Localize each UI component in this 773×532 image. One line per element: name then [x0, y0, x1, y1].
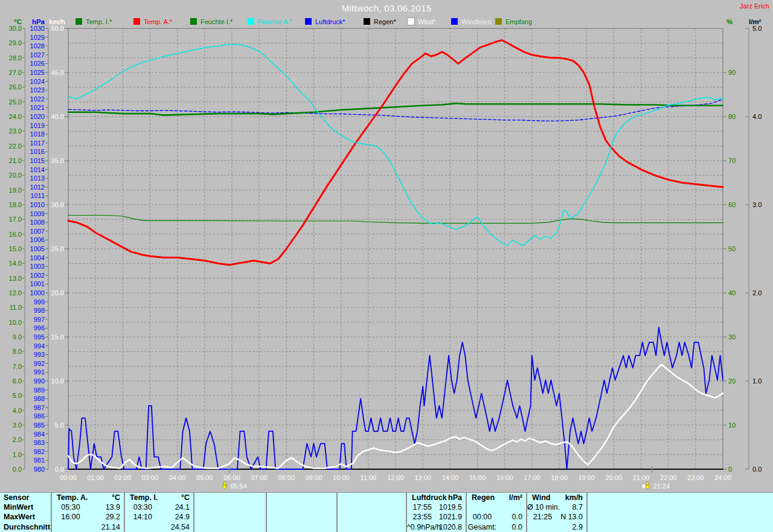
svg-text:19:00: 19:00: [578, 474, 595, 481]
svg-text:987: 987: [34, 404, 45, 411]
svg-text:13:00: 13:00: [414, 474, 431, 481]
table-cell-value: 24.9: [161, 513, 193, 521]
svg-text:20: 20: [728, 377, 736, 385]
svg-text:05:00: 05:00: [196, 474, 213, 481]
table-header-row: [338, 493, 406, 502]
table-header-row: [194, 493, 266, 502]
table-header-row: [267, 493, 336, 502]
table-row: [267, 512, 336, 522]
plot-grid: [68, 28, 723, 469]
table-row: Ø 10 min.8.7: [527, 502, 586, 512]
table-row: Gesamt:0.0: [467, 522, 526, 532]
svg-text:0.0: 0.0: [752, 466, 762, 473]
svg-text:1003: 1003: [30, 263, 45, 270]
table-cell-value: 21.14: [89, 523, 124, 531]
svg-text:981: 981: [34, 457, 45, 464]
axis-header-pct: %: [726, 18, 733, 25]
svg-text:04:00: 04:00: [169, 474, 186, 481]
svg-text:13.0: 13.0: [9, 275, 22, 282]
table-row: [267, 502, 336, 512]
svg-text:23:00: 23:00: [687, 474, 704, 481]
svg-text:980: 980: [34, 466, 45, 473]
svg-text:1028: 1028: [30, 42, 45, 50]
table-header-row: LuftdruckhPa: [407, 493, 466, 502]
svg-text:992: 992: [34, 360, 45, 367]
svg-text:1007: 1007: [30, 228, 45, 235]
table-row-label: MinWert: [0, 502, 51, 512]
table-group-regen: Regenl/m²00:000.0Gesamt:0.0: [467, 493, 527, 532]
svg-text:40.0: 40.0: [51, 113, 64, 120]
svg-text:29.0: 29.0: [9, 39, 22, 46]
table-group-luftdruck: LuftdruckhPa17:551019.523:551021.9^0.9hP…: [407, 493, 467, 532]
svg-text:16.0: 16.0: [9, 231, 22, 238]
svg-text:45.0: 45.0: [51, 69, 64, 76]
table-row: [194, 512, 266, 522]
svg-text:28.0: 28.0: [9, 54, 22, 62]
svg-text:40: 40: [728, 289, 736, 296]
svg-text:1018: 1018: [30, 130, 45, 138]
svg-text:1001: 1001: [30, 280, 45, 287]
table-cell-value: 1020.8: [437, 523, 466, 531]
table-cell-time: Gesamt:: [467, 523, 498, 531]
row-label: Durchschnitt: [0, 523, 50, 531]
table-row: 16:0029.2: [52, 512, 124, 522]
svg-text:986: 986: [34, 412, 45, 420]
table-row: [338, 512, 406, 522]
weather-chart: °C0.01.02.03.04.05.06.07.08.09.010.011.0…: [0, 17, 773, 492]
svg-text:1022: 1022: [30, 95, 45, 103]
table-cell-time: 16:00: [52, 513, 89, 521]
svg-text:1005: 1005: [30, 245, 45, 252]
table-row: 14:1024.9: [125, 512, 193, 522]
svg-text:1010: 1010: [30, 201, 45, 208]
svg-text:1025: 1025: [30, 69, 45, 76]
plot-axes: [25, 28, 749, 469]
svg-text:999: 999: [34, 298, 45, 306]
svg-text:21:00: 21:00: [633, 474, 650, 481]
svg-text:1020: 1020: [30, 113, 45, 120]
title-bar: Mittwoch, 03.06.2015 Jarz Erich: [0, 0, 773, 16]
svg-text:30: 30: [728, 333, 736, 341]
table-sensor-unit: hPa: [448, 493, 466, 502]
svg-text:6.0: 6.0: [13, 377, 22, 385]
svg-text:25.0: 25.0: [9, 98, 22, 106]
svg-text:15:00: 15:00: [469, 474, 486, 481]
svg-text:1019: 1019: [30, 122, 45, 129]
svg-text:11.0: 11.0: [9, 304, 22, 311]
svg-text:1030: 1030: [30, 25, 45, 32]
table-row: 05:3013.9: [52, 502, 124, 512]
svg-text:30.0: 30.0: [9, 25, 22, 32]
table-sensor-name: Luftdruck: [407, 493, 447, 502]
table-header-row: Temp. I.°C: [125, 493, 193, 502]
svg-text:17:00: 17:00: [524, 474, 540, 481]
sunrise-marker-icon: [222, 482, 227, 489]
svg-text:998: 998: [34, 307, 45, 314]
svg-text:16:00: 16:00: [496, 474, 513, 481]
svg-text:1015: 1015: [30, 157, 45, 164]
svg-text:2.0: 2.0: [13, 436, 22, 443]
table-cell-time: 05:30: [52, 503, 89, 511]
svg-text:12.0: 12.0: [9, 289, 22, 296]
table-row-label: MaxWert: [0, 512, 51, 522]
table-cell-time: 21:25: [527, 513, 558, 521]
table-row: [588, 502, 773, 512]
svg-text:989: 989: [34, 386, 45, 394]
svg-text:10.0: 10.0: [9, 319, 22, 326]
table-row: 00:000.0: [467, 512, 526, 522]
svg-text:20.0: 20.0: [51, 289, 64, 296]
table-row: [267, 522, 336, 532]
svg-text:1009: 1009: [30, 210, 45, 217]
table-cell-value: 8.7: [558, 503, 586, 511]
svg-text:1023: 1023: [30, 86, 45, 94]
svg-text:80: 80: [728, 113, 736, 120]
svg-text:1006: 1006: [30, 236, 45, 243]
svg-text:50: 50: [728, 245, 736, 252]
table-sensor-unit: km/h: [565, 493, 586, 502]
svg-text:4.0: 4.0: [13, 407, 22, 414]
svg-text:995: 995: [34, 333, 45, 341]
sunrise-marker-time-label: 05:54: [230, 482, 247, 490]
table-row: [467, 502, 526, 512]
svg-text:00:00: 00:00: [60, 474, 77, 481]
svg-text:02:00: 02:00: [115, 474, 132, 481]
svg-text:1002: 1002: [30, 272, 45, 279]
svg-text:18.0: 18.0: [9, 201, 22, 208]
